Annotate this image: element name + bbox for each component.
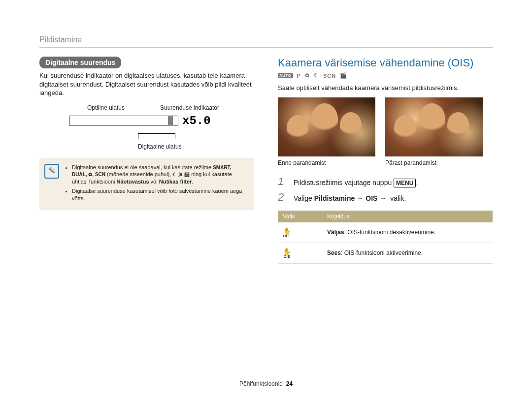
label-optical-range: Optiline ulatus <box>69 104 143 111</box>
th-option: Valik <box>278 211 322 222</box>
zoom-diagram: Optiline ulatus Suurenduse indikaator x5… <box>69 104 236 150</box>
left-column: Digitaalne suurendus Kui suurenduse indi… <box>39 57 254 264</box>
section-pill-digital-zoom: Digitaalne suurendus <box>39 57 121 68</box>
page-footer: Põhifunktsioonid 24 <box>0 380 532 387</box>
step-1: 1 Pildistusrežiimis vajutage nuppu MENU. <box>278 175 493 188</box>
caption-before: Enne parandamist <box>278 159 375 166</box>
content-columns: Digitaalne suurendus Kui suurenduse indi… <box>39 57 493 264</box>
th-description: Kirjeldus <box>322 211 493 222</box>
label-digital-range: Digitaalne ulatus <box>138 143 236 150</box>
digital-range-bar <box>138 133 175 139</box>
label-zoom-indicator: Suurenduse indikaator <box>143 104 236 111</box>
photo-before <box>278 97 375 156</box>
caption-after: Pärast parandamist <box>385 159 483 166</box>
mode-row: AUTO P ✿ ☾ SCN 🎬 <box>278 72 493 79</box>
note-bullet-1: Digitaalne suurendus ei ole saadaval, ku… <box>72 164 247 186</box>
heading-ois: Kaamera värisemise vähendamine (OIS) <box>278 57 493 69</box>
table-row: ✋OFF Väljas: OIS-funktsiooni desaktiveer… <box>278 222 493 243</box>
table-row: ✋OIS Sees: OIS-funktsiooni aktiveerimine… <box>278 243 493 263</box>
zoom-bar <box>69 116 178 125</box>
mode-auto-icon: AUTO <box>278 73 293 78</box>
note-box: ✎ Digitaalne suurendus ei ole saadaval, … <box>39 158 254 210</box>
step-number-1: 1 <box>278 175 287 188</box>
note-icon: ✎ <box>44 164 59 179</box>
photo-after <box>385 97 483 156</box>
ois-on-icon: ✋OIS <box>283 248 291 258</box>
note-bullet-2: Digitaalse suurenduse kasutamisel võib f… <box>72 187 247 202</box>
menu-button[interactable]: MENU <box>394 179 416 187</box>
mode-scn-icon: SCN <box>323 73 336 79</box>
ois-off-icon: ✋OFF <box>283 227 291 238</box>
mode-movie-icon: 🎬 <box>340 72 347 79</box>
zoom-indicator-handle <box>168 116 173 125</box>
breadcrumb: Pildistamine <box>39 35 493 48</box>
step-2: 2 Valige Pildistamine→OIS→ valik. <box>278 191 493 204</box>
mode-flower-icon: ✿ <box>305 72 310 79</box>
digital-zoom-intro: Kui suurenduse indikaator on digitaalses… <box>39 71 254 97</box>
zoom-value: x5.0 <box>182 114 211 127</box>
mode-icons-inline-2: ☾ ja 🎬 <box>172 172 190 178</box>
comparison-photos <box>278 97 493 156</box>
step-number-2: 2 <box>278 191 287 204</box>
mode-moon-icon: ☾ <box>314 72 319 79</box>
options-table: Valik Kirjeldus ✋OFF Väljas: OIS-funktsi… <box>278 211 493 264</box>
right-column: Kaamera värisemise vähendamine (OIS) AUT… <box>278 57 493 264</box>
ois-intro: Saate optiliselt vähendada kaamera väris… <box>278 84 493 93</box>
mode-p-icon: P <box>297 73 301 79</box>
